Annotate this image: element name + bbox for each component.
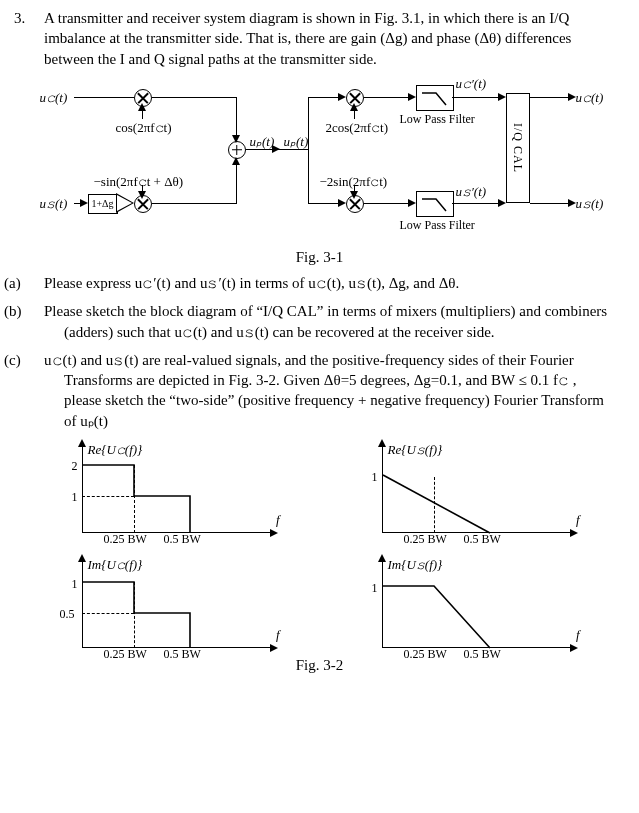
part-a-text: Please express u𝚌′(t) and u𝚜′(t) in term…	[44, 275, 459, 291]
arrow-icon	[498, 199, 506, 207]
arrow-icon	[232, 135, 240, 143]
plot-re-uc: Re{U𝚌(f)} f 2 1 0.25 BW 0.5 BW	[40, 439, 280, 539]
part-b: (b)Please sketch the block diagram of “I…	[44, 301, 617, 342]
arrow-icon	[338, 93, 346, 101]
wire	[364, 97, 412, 99]
figure-1-caption: Fig. 3-1	[22, 247, 617, 267]
plot-im-uc: Im{U𝚌(f)} f 1 0.5 0.25 BW 0.5 BW	[40, 554, 280, 654]
figure-2-grid: Re{U𝚌(f)} f 2 1 0.25 BW 0.5 BW Re{U𝚜(f)}…	[40, 439, 600, 659]
part-c-label: (c)	[24, 350, 44, 370]
twocos-label: 2cos(2πf𝚌t)	[326, 119, 389, 137]
lpf-icon	[416, 85, 454, 111]
wire	[452, 97, 502, 99]
plot-re-us: Re{U𝚜(f)} f 1 0.25 BW 0.5 BW	[340, 439, 580, 539]
problem-number: 3.	[14, 8, 25, 28]
part-c: (c)u𝚌(t) and u𝚜(t) are real-valued signa…	[44, 350, 617, 431]
wire	[530, 97, 572, 99]
arrow-icon	[80, 199, 88, 207]
page: 3. A transmitter and receiver system dia…	[0, 0, 639, 813]
figure-1-diagram: u𝚌(t) cos(2πf𝚌t) u𝚜(t) 1+Δg −sin(2πf𝚌t +…	[40, 75, 600, 245]
arrow-icon	[138, 191, 146, 199]
arrow-icon	[408, 199, 416, 207]
us-in-label: u𝚜(t)	[40, 195, 68, 213]
part-b-label: (b)	[24, 301, 44, 321]
gain-block: 1+Δg	[88, 194, 118, 214]
part-c-text: u𝚌(t) and u𝚜(t) are real-valued signals,…	[44, 352, 604, 429]
arrow-icon	[568, 199, 576, 207]
us-prime-label: u𝚜′(t)	[456, 183, 487, 201]
up2-label: uₚ(t)	[284, 133, 309, 151]
arrow-icon	[232, 157, 240, 165]
problem-intro: A transmitter and receiver system diagra…	[44, 8, 617, 69]
arrow-icon	[138, 103, 146, 111]
wire	[308, 97, 342, 99]
wire	[236, 159, 238, 204]
data-line	[340, 554, 580, 654]
arrow-icon	[568, 93, 576, 101]
part-a: (a)Please express u𝚌′(t) and u𝚜′(t) in t…	[44, 273, 617, 293]
data-line	[340, 439, 580, 539]
wire	[74, 97, 134, 99]
nsin-label: −sin(2πf𝚌t + Δθ)	[94, 173, 184, 191]
wire	[308, 203, 342, 205]
wire	[152, 203, 236, 205]
arrow-icon	[498, 93, 506, 101]
wire	[452, 203, 502, 205]
lpf-top-label: Low Pass Filter	[400, 111, 475, 127]
uc-in-label: u𝚌(t)	[40, 89, 68, 107]
amp-icon-inner	[117, 195, 132, 211]
wire	[364, 203, 412, 205]
arrow-icon	[272, 145, 280, 153]
iq-cal-block: I/Q CAL	[506, 93, 530, 203]
wire	[152, 97, 236, 99]
cos-label: cos(2πf𝚌t)	[116, 119, 172, 137]
plot-im-us: Im{U𝚜(f)} f 1 0.25 BW 0.5 BW	[340, 554, 580, 654]
uc-out-label: u𝚌(t)	[576, 89, 604, 107]
wire	[530, 203, 572, 205]
arrow-icon	[408, 93, 416, 101]
wire	[308, 97, 310, 204]
uc-prime-label: u𝚌′(t)	[456, 75, 487, 93]
arrow-icon	[350, 191, 358, 199]
part-a-label: (a)	[24, 273, 44, 293]
lpf-bot-label: Low Pass Filter	[400, 217, 475, 233]
data-line	[40, 554, 280, 654]
data-line	[40, 439, 280, 539]
part-b-text: Please sketch the block diagram of “I/Q …	[44, 303, 607, 339]
us-out-label: u𝚜(t)	[576, 195, 604, 213]
lpf-icon	[416, 191, 454, 217]
arrow-icon	[350, 103, 358, 111]
arrow-icon	[338, 199, 346, 207]
